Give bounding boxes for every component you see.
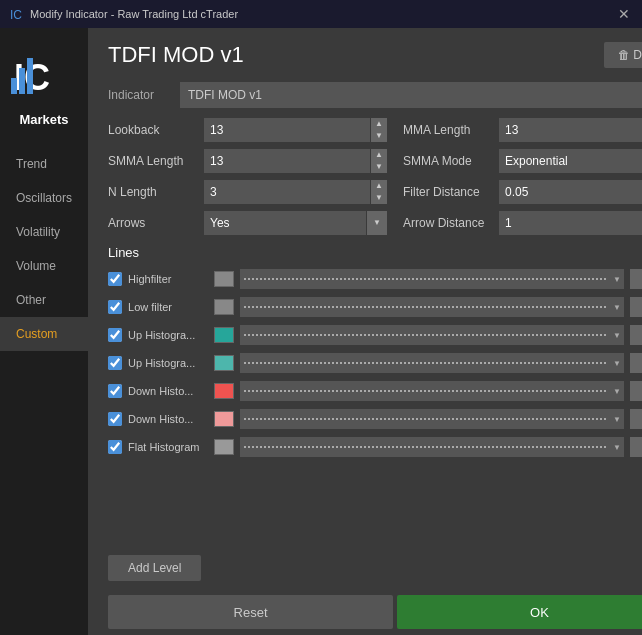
add-level-button[interactable]: Add Level <box>108 555 201 581</box>
downhistogram2-label: Down Histo... <box>128 413 208 425</box>
indicator-row: Indicator ✎ <box>88 78 642 116</box>
downhistogram2-checkbox[interactable] <box>108 412 122 426</box>
flathistogram-width-input[interactable] <box>630 437 642 457</box>
indicator-input[interactable] <box>180 82 642 108</box>
bottom-buttons: Reset OK <box>88 589 642 635</box>
param-lookback-input-group: ▲ ▼ <box>204 118 387 142</box>
lines-section: Lines Highfilter ▼ Low filter <box>88 237 642 547</box>
lowfilter-label: Low filter <box>128 301 208 313</box>
param-filter-distance-input[interactable] <box>499 180 642 204</box>
downhistogram1-label: Down Histo... <box>128 385 208 397</box>
line-row-flathistogram: Flat Histogram ▼ <box>108 434 642 460</box>
param-n-length-down[interactable]: ▼ <box>371 192 387 204</box>
sidebar-item-volatility[interactable]: Volatility <box>0 215 88 249</box>
param-lookback-down[interactable]: ▼ <box>371 130 387 142</box>
param-smma-length-up[interactable]: ▲ <box>371 149 387 161</box>
param-filter-distance-label: Filter Distance <box>403 185 493 199</box>
uphistogram1-label: Up Histogra... <box>128 329 208 341</box>
uphistogram1-color[interactable] <box>214 327 234 343</box>
param-lookback-input[interactable] <box>204 118 370 142</box>
flathistogram-checkbox[interactable] <box>108 440 122 454</box>
downhistogram2-color[interactable] <box>214 411 234 427</box>
highfilter-label: Highfilter <box>128 273 208 285</box>
param-arrows-label: Arrows <box>108 216 198 230</box>
param-n-length: N Length ▲ ▼ <box>108 178 387 206</box>
param-n-length-input-group: ▲ ▼ <box>204 180 387 204</box>
uphistogram1-style[interactable] <box>240 325 624 345</box>
main-layout: IC Markets Trend Oscillators Volatility … <box>0 28 642 635</box>
indicator-label: Indicator <box>108 88 168 102</box>
param-mma-length-input[interactable] <box>499 118 642 142</box>
param-mma-length: MMA Length ▲ ▼ <box>403 116 642 144</box>
param-smma-length: SMMA Length ▲ ▼ <box>108 147 387 175</box>
content-header: TDFI MOD v1 🗑 Delete <box>88 28 642 78</box>
lowfilter-width-input[interactable] <box>630 297 642 317</box>
param-smma-mode-input-group: ▼ <box>499 149 642 173</box>
param-smma-length-label: SMMA Length <box>108 154 198 168</box>
flathistogram-width-area: ▼ <box>630 437 642 457</box>
sidebar-item-oscillators[interactable]: Oscillators <box>0 181 88 215</box>
sidebar-item-trend[interactable]: Trend <box>0 147 88 181</box>
uphistogram2-checkbox[interactable] <box>108 356 122 370</box>
line-row-uphistogram2: Up Histogra... ▼ <box>108 350 642 376</box>
downhistogram2-style[interactable] <box>240 409 624 429</box>
highfilter-checkbox[interactable] <box>108 272 122 286</box>
downhistogram1-checkbox[interactable] <box>108 384 122 398</box>
page-title: TDFI MOD v1 <box>108 42 244 68</box>
param-arrow-distance: Arrow Distance ▲ ▼ <box>403 209 642 237</box>
param-arrows-dropdown[interactable]: ▼ <box>367 211 387 235</box>
uphistogram2-width-input[interactable] <box>630 353 642 373</box>
flathistogram-color[interactable] <box>214 439 234 455</box>
param-lookback-up[interactable]: ▲ <box>371 118 387 130</box>
highfilter-style[interactable] <box>240 269 624 289</box>
param-arrows-input-group: ▼ <box>204 211 387 235</box>
uphistogram2-label: Up Histogra... <box>128 357 208 369</box>
param-smma-length-input-group: ▲ ▼ <box>204 149 387 173</box>
param-n-length-up[interactable]: ▲ <box>371 180 387 192</box>
flathistogram-label: Flat Histogram <box>128 441 208 453</box>
param-mma-length-label: MMA Length <box>403 123 493 137</box>
param-lookback: Lookback ▲ ▼ <box>108 116 387 144</box>
param-smma-length-down[interactable]: ▼ <box>371 161 387 173</box>
logo-icon: IC <box>9 48 79 108</box>
svg-rect-3 <box>11 78 17 94</box>
svg-rect-5 <box>27 58 33 94</box>
line-row-uphistogram1: Up Histogra... ▼ <box>108 322 642 348</box>
highfilter-width-input[interactable] <box>630 269 642 289</box>
reset-button[interactable]: Reset <box>108 595 393 629</box>
param-arrows: Arrows ▼ <box>108 209 387 237</box>
lowfilter-color[interactable] <box>214 299 234 315</box>
downhistogram1-width-input[interactable] <box>630 381 642 401</box>
param-lookback-spinner: ▲ ▼ <box>371 118 387 142</box>
param-n-length-spinner: ▲ ▼ <box>371 180 387 204</box>
downhistogram1-style[interactable] <box>240 381 624 401</box>
close-button[interactable]: ✕ <box>614 6 634 22</box>
logo-text: Markets <box>19 112 68 127</box>
uphistogram1-width-input[interactable] <box>630 325 642 345</box>
param-smma-mode: SMMA Mode ▼ <box>403 147 642 175</box>
ok-button[interactable]: OK <box>397 595 642 629</box>
highfilter-width-area: ▼ <box>630 269 642 289</box>
line-row-downhistogram1: Down Histo... ▼ <box>108 378 642 404</box>
sidebar-item-other[interactable]: Other <box>0 283 88 317</box>
sidebar: IC Markets Trend Oscillators Volatility … <box>0 28 88 635</box>
uphistogram1-checkbox[interactable] <box>108 328 122 342</box>
sidebar-item-custom[interactable]: Custom <box>0 317 88 351</box>
line-row-highfilter: Highfilter ▼ <box>108 266 642 292</box>
uphistogram2-style[interactable] <box>240 353 624 373</box>
sidebar-item-volume[interactable]: Volume <box>0 249 88 283</box>
uphistogram2-color[interactable] <box>214 355 234 371</box>
flathistogram-style[interactable] <box>240 437 624 457</box>
param-smma-length-input[interactable] <box>204 149 370 173</box>
param-smma-mode-input[interactable] <box>499 149 642 173</box>
param-arrow-distance-input[interactable] <box>499 211 642 235</box>
lowfilter-style[interactable] <box>240 297 624 317</box>
param-n-length-input[interactable] <box>204 180 370 204</box>
param-arrows-input[interactable] <box>204 211 366 235</box>
downhistogram2-width-input[interactable] <box>630 409 642 429</box>
lines-title: Lines <box>108 245 642 260</box>
highfilter-color[interactable] <box>214 271 234 287</box>
delete-button[interactable]: 🗑 Delete <box>604 42 642 68</box>
lowfilter-checkbox[interactable] <box>108 300 122 314</box>
downhistogram1-color[interactable] <box>214 383 234 399</box>
